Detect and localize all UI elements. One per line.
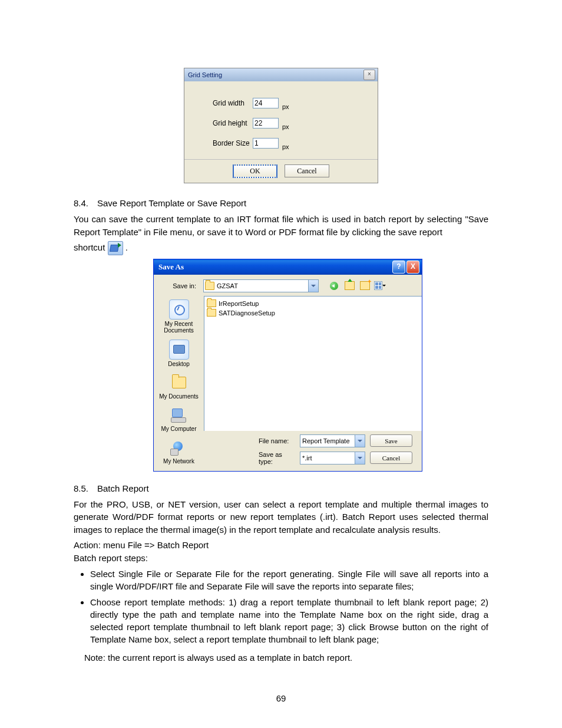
chevron-down-icon[interactable] — [355, 452, 365, 464]
grid-setting-titlebar: Grid Setting × — [184, 68, 378, 81]
place-label: My Computer — [161, 426, 196, 432]
step-1: Select Single File or Separate File for … — [90, 568, 488, 592]
place-network[interactable]: My Network — [163, 437, 194, 466]
close-icon[interactable]: × — [363, 70, 375, 80]
file-name-input[interactable]: Report Template — [300, 434, 365, 447]
grid-setting-title: Grid Setting — [188, 71, 222, 78]
chevron-down-icon — [382, 285, 386, 286]
file-name: IrReportSetup — [219, 300, 259, 307]
back-icon — [330, 282, 338, 290]
new-folder-icon — [360, 281, 370, 290]
section-number: 8.4. — [74, 198, 94, 208]
step-2: Choose report template methods: 1) drag … — [90, 596, 488, 645]
cancel-button[interactable]: Cancel — [370, 452, 412, 464]
save-type-label: Save as type: — [259, 451, 295, 465]
grid-width-label: Grid width — [213, 99, 253, 107]
place-label: My Documents — [159, 393, 199, 400]
section-8-4-heading: 8.4. Save Report Template or Save Report — [74, 198, 488, 208]
shortcut-suffix: . — [125, 242, 128, 252]
grid-setting-dialog: Grid Setting × Grid width px Grid height… — [184, 68, 378, 183]
page-number: 69 — [74, 693, 488, 703]
back-button[interactable] — [328, 280, 340, 292]
save-button[interactable]: Save — [370, 434, 412, 447]
network-icon — [169, 438, 188, 457]
file-list[interactable]: IrReportSetup SATDiagnoseSetup — [204, 296, 422, 431]
save-as-title: Save As — [158, 262, 184, 272]
list-item[interactable]: SATDiagnoseSetup — [207, 308, 419, 318]
place-recent[interactable]: My Recent Documents — [154, 298, 204, 335]
desktop-icon — [169, 340, 189, 360]
batch-report-steps: Select Single File or Separate File for … — [90, 568, 488, 645]
places-bar: My Recent Documents Desktop My Documents… — [154, 296, 204, 471]
save-type-value: *.irt — [302, 454, 312, 462]
section-8-5-para1: For the PRO, USB, or NET version, user c… — [74, 498, 488, 536]
ok-button[interactable]: OK — [233, 164, 277, 178]
border-size-unit: px — [282, 143, 289, 150]
save-as-titlebar: Save As ? X — [154, 259, 422, 275]
view-icon — [374, 281, 382, 290]
section-title: Batch Report — [97, 483, 149, 493]
folder-icon — [205, 282, 214, 290]
close-icon[interactable]: X — [406, 261, 419, 274]
file-name-value: Report Template — [302, 437, 350, 444]
folder-icon — [207, 309, 216, 317]
batch-report-note: Note: the current report is always used … — [84, 651, 488, 664]
save-report-shortcut-icon — [108, 241, 123, 255]
place-label: My Network — [163, 458, 194, 465]
file-name-label: File name: — [259, 437, 295, 444]
grid-height-input[interactable] — [253, 118, 279, 129]
shortcut-prefix: shortcut — [74, 242, 108, 252]
save-as-dialog: Save As ? X Save in: GZSAT My Recent Do — [153, 259, 422, 472]
place-desktop[interactable]: Desktop — [168, 338, 190, 368]
place-mydocs[interactable]: My Documents — [159, 372, 199, 401]
folder-icon — [207, 299, 216, 307]
help-icon[interactable]: ? — [392, 261, 405, 274]
section-8-5-action: Action: menu File => Batch Report — [74, 539, 488, 552]
up-one-level-button[interactable] — [343, 280, 355, 292]
section-number: 8.5. — [74, 483, 94, 493]
grid-width-input[interactable] — [253, 98, 279, 108]
view-menu-button[interactable] — [374, 280, 386, 292]
grid-height-row: Grid height px — [184, 118, 378, 129]
folder-up-icon — [345, 281, 355, 290]
section-8-4-para1: You can save the current template to an … — [74, 213, 488, 239]
chevron-down-icon[interactable] — [308, 280, 318, 292]
grid-height-label: Grid height — [213, 119, 253, 127]
new-folder-button[interactable] — [359, 280, 371, 292]
cancel-button[interactable]: Cancel — [285, 164, 329, 177]
file-name: SATDiagnoseSetup — [219, 309, 275, 317]
chevron-down-icon[interactable] — [355, 435, 365, 447]
section-8-5-heading: 8.5. Batch Report — [74, 483, 488, 493]
section-8-5-steps-intro: Batch report steps: — [74, 552, 488, 565]
border-size-label: Border Size — [213, 139, 253, 147]
documents-icon — [170, 373, 189, 392]
place-mycomputer[interactable]: My Computer — [161, 404, 196, 433]
save-in-dropdown[interactable]: GZSAT — [203, 279, 319, 292]
save-in-label: Save in: — [160, 282, 200, 289]
recent-icon — [169, 299, 189, 319]
grid-width-row: Grid width px — [184, 98, 378, 108]
place-label: Desktop — [168, 361, 190, 367]
place-label: My Recent Documents — [154, 321, 204, 334]
section-8-4-para2: shortcut . — [74, 241, 488, 255]
border-size-input[interactable] — [253, 138, 279, 149]
save-in-value: GZSAT — [217, 282, 238, 289]
section-title: Save Report Template or Save Report — [97, 198, 246, 208]
list-item[interactable]: IrReportSetup — [207, 299, 419, 308]
computer-icon — [169, 406, 188, 424]
border-size-row: Border Size px — [184, 138, 378, 149]
save-type-dropdown[interactable]: *.irt — [300, 452, 365, 465]
grid-width-unit: px — [282, 103, 289, 110]
grid-height-unit: px — [282, 123, 289, 130]
